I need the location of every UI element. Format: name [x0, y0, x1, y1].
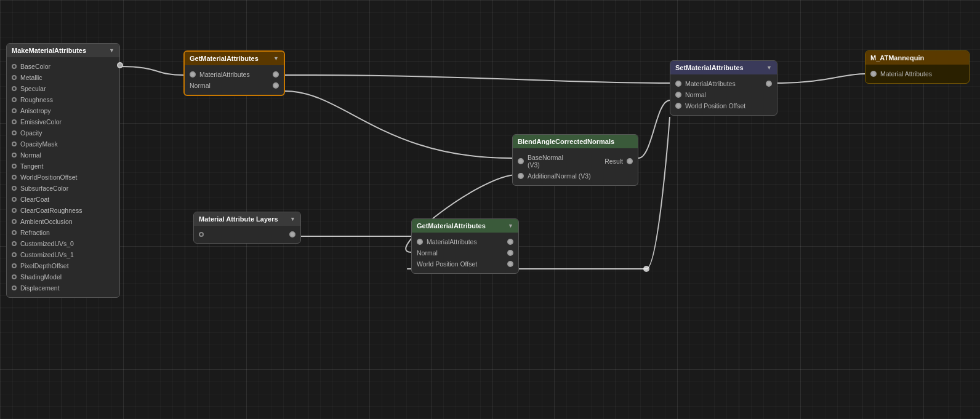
- pin-row-pixeldepth: PixelDepthOffset: [7, 260, 119, 271]
- node-blend-normals: BlendAngleCorrectedNormals BaseNormal (V…: [512, 134, 638, 186]
- pin-metallic[interactable]: [12, 75, 17, 80]
- pin-opacity[interactable]: [12, 130, 17, 135]
- node-mannequin-header[interactable]: M_ATMannequin: [866, 51, 969, 65]
- node-get1-title: GetMaterialAttributes: [190, 55, 259, 62]
- pin-set-material-in[interactable]: [675, 81, 681, 87]
- pin-row-tangent: Tangent: [7, 161, 119, 172]
- node-set-title: SetMaterialAttributes: [675, 64, 744, 71]
- pin-blend-result-out[interactable]: [627, 158, 633, 164]
- pin-get2-material-out[interactable]: [507, 239, 513, 245]
- pin-clearcoat[interactable]: [12, 197, 17, 202]
- node-layers-header[interactable]: Material Attribute Layers ▼: [194, 212, 300, 226]
- node-get2-dropdown[interactable]: ▼: [508, 223, 513, 229]
- node-blend-header[interactable]: BlendAngleCorrectedNormals: [513, 135, 638, 148]
- pin-row-clearcoat-rough: ClearCoatRoughness: [7, 205, 119, 216]
- pin-row-opacity-mask: OpacityMask: [7, 138, 119, 150]
- pin-row-ao: AmbientOcclusion: [7, 216, 119, 227]
- pin-row-opacity: Opacity: [7, 127, 119, 138]
- pin-row-roughness: Roughness: [7, 94, 119, 105]
- pin-row-uv1: CustomizedUVs_1: [7, 249, 119, 260]
- pin-subsurface[interactable]: [12, 186, 17, 191]
- pin-row-anisotropy: Anisotropy: [7, 105, 119, 116]
- node-layers-dropdown[interactable]: ▼: [290, 216, 295, 222]
- pin-row-metallic: Metallic: [7, 72, 119, 83]
- node-get1-header[interactable]: GetMaterialAttributes ▼: [185, 52, 284, 65]
- pin-row-blend-base: BaseNormal (V3) Result: [513, 152, 638, 170]
- pin-pixeldepth[interactable]: [12, 263, 17, 268]
- pin-get2-material-in[interactable]: [417, 239, 423, 245]
- pin-shading[interactable]: [12, 274, 17, 279]
- pin-row-shading: ShadingModel: [7, 271, 119, 282]
- node-make-body: BaseColor Metallic Specular Roughness An…: [7, 57, 119, 297]
- pin-wpo[interactable]: [12, 175, 17, 180]
- pin-set-normal-in[interactable]: [675, 92, 681, 98]
- pin-row-get2-wpo: World Position Offset: [412, 258, 518, 269]
- node-get-material-2: GetMaterialAttributes ▼ MaterialAttribut…: [411, 218, 519, 274]
- node-get-material-1: GetMaterialAttributes ▼ MaterialAttribut…: [183, 50, 285, 96]
- pin-mannequin-in[interactable]: [870, 71, 877, 77]
- node-layers-title: Material Attribute Layers: [199, 215, 278, 223]
- pin-normal[interactable]: [12, 153, 17, 158]
- pin-row-uv0: CustomizedUVs_0: [7, 238, 119, 249]
- pin-row-refraction: Refraction: [7, 227, 119, 238]
- node-set-material-attributes: SetMaterialAttributes ▼ MaterialAttribut…: [670, 60, 777, 116]
- pin-row-get1-normal: Normal: [185, 80, 284, 91]
- pin-opacity-mask[interactable]: [12, 142, 17, 146]
- make-output-pin[interactable]: [117, 62, 123, 68]
- pin-row-wpo: WorldPositionOffset: [7, 172, 119, 183]
- node-blend-title: BlendAngleCorrectedNormals: [518, 138, 614, 145]
- pin-tangent[interactable]: [12, 164, 17, 169]
- pin-get1-material-in[interactable]: [190, 71, 196, 78]
- pin-layers-out[interactable]: [289, 231, 295, 237]
- pin-uv0[interactable]: [12, 241, 17, 246]
- pin-row-get2-material: MaterialAttributes: [412, 236, 518, 247]
- pin-ao[interactable]: [12, 219, 17, 224]
- pin-row-get2-normal: Normal: [412, 247, 518, 258]
- pin-set-material-out[interactable]: [766, 81, 772, 87]
- pin-row-set-normal: Normal: [670, 89, 777, 100]
- pin-clearcoat-roughness[interactable]: [12, 208, 17, 213]
- pin-refraction[interactable]: [12, 230, 17, 235]
- pin-row-subsurface: SubsurfaceColor: [7, 183, 119, 194]
- pin-row-mannequin-material: Material Attributes: [866, 68, 969, 79]
- pin-displacement[interactable]: [12, 285, 17, 290]
- pin-blend-base-in[interactable]: [518, 158, 524, 164]
- node-get2-header[interactable]: GetMaterialAttributes ▼: [412, 219, 518, 233]
- pin-row-layers-io: [194, 229, 300, 239]
- node-make-title: MakeMaterialAttributes: [12, 47, 86, 54]
- node-mannequin-title: M_ATMannequin: [870, 54, 924, 62]
- pin-basecolor[interactable]: [12, 64, 17, 69]
- pin-get2-wpo-out[interactable]: [507, 261, 513, 267]
- node-make-dropdown[interactable]: ▼: [109, 47, 114, 54]
- pin-row-set-material: MaterialAttributes: [670, 78, 777, 89]
- pin-specular[interactable]: [12, 86, 17, 91]
- node-get1-dropdown[interactable]: ▼: [273, 55, 279, 62]
- node-blend-body: BaseNormal (V3) Result AdditionalNormal …: [513, 148, 638, 185]
- node-set-header[interactable]: SetMaterialAttributes ▼: [670, 61, 777, 74]
- canvas-background: [0, 0, 980, 419]
- pin-row-get1-material: MaterialAttributes: [185, 69, 284, 80]
- pin-layers-in[interactable]: [199, 232, 204, 237]
- pin-row-displacement: Displacement: [7, 282, 119, 293]
- pin-get2-normal-out[interactable]: [507, 250, 513, 256]
- pin-get1-normal-out[interactable]: [273, 82, 279, 89]
- node-make-material-attributes: MakeMaterialAttributes ▼ BaseColor Metal…: [6, 43, 120, 298]
- pin-emissive[interactable]: [12, 119, 17, 124]
- pin-roughness[interactable]: [12, 97, 17, 102]
- pin-row-basecolor: BaseColor: [7, 61, 119, 72]
- pin-uv1[interactable]: [12, 252, 17, 257]
- node-get2-body: MaterialAttributes Normal World Position…: [412, 233, 518, 273]
- node-get2-title: GetMaterialAttributes: [417, 222, 486, 229]
- node-mannequin-body: Material Attributes: [866, 65, 969, 83]
- pin-set-wpo-in[interactable]: [675, 103, 681, 109]
- pin-row-emissive: EmissiveColor: [7, 116, 119, 127]
- node-set-dropdown[interactable]: ▼: [766, 65, 772, 71]
- pin-row-blend-add: AdditionalNormal (V3): [513, 170, 638, 182]
- node-mannequin: M_ATMannequin Material Attributes: [865, 50, 970, 84]
- pin-row-clearcoat: ClearCoat: [7, 194, 119, 205]
- pin-get1-material-out[interactable]: [273, 71, 279, 78]
- pin-row-specular: Specular: [7, 83, 119, 94]
- pin-anisotropy[interactable]: [12, 108, 17, 113]
- pin-blend-add-in[interactable]: [518, 173, 524, 179]
- node-make-header[interactable]: MakeMaterialAttributes ▼: [7, 44, 119, 57]
